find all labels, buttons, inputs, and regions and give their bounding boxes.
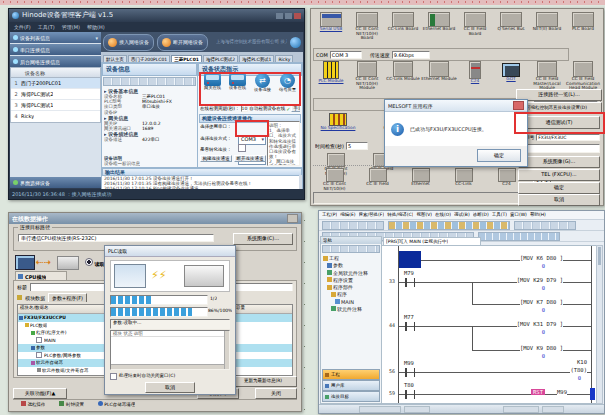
system-image-button[interactable]: 系统图像(G)... [518, 156, 600, 168]
sidebar-footer[interactable]: 界面选择设备 [10, 177, 101, 188]
progress-cancel-button[interactable]: 取消 [145, 382, 195, 393]
connect-network-button[interactable]: 接入网络设备 [103, 34, 154, 51]
output-scrollbar[interactable] [299, 175, 302, 189]
progress-list-hscroll[interactable] [111, 364, 224, 369]
auto-check[interactable]: ✓ [286, 106, 290, 112]
menu-tools[interactable]: 工具(T) [38, 24, 55, 30]
toolbar-right-icon[interactable] [290, 37, 301, 48]
icon-net2-board[interactable]: NET(II) Board [529, 12, 565, 46]
online-close-button[interactable] [287, 214, 298, 223]
gx-menu-view[interactable]: 视图(V) [416, 212, 432, 217]
icon-plc-module[interactable]: PLC Module [313, 61, 349, 97]
transfer-ok-button[interactable]: 确定 [518, 182, 600, 194]
transfer-cancel-button[interactable]: 取消 [518, 194, 600, 206]
gx-menu-help[interactable]: 帮助(H) [530, 212, 546, 217]
device-row[interactable]: 4 Ricky [11, 110, 100, 121]
ladder-rung[interactable]: 59 T80 RST M99 [382, 382, 597, 402]
speed-value-field[interactable]: 9.6Kbps [392, 51, 430, 59]
icon-cclink-board[interactable]: CC-Link Board [385, 12, 421, 46]
cycle-input[interactable]: 10 [241, 105, 249, 112]
connection-list-button[interactable]: 连接路径一览(L)... [516, 89, 602, 101]
icon-ccie-field-board[interactable]: CC IE Field Board [457, 12, 493, 46]
progress-titlebar[interactable]: PLC读取 [105, 246, 235, 257]
tel-button[interactable]: TEL (FXCPU)... [518, 169, 600, 181]
icon-bottom-ccie-field[interactable]: CC IE Field [356, 168, 399, 194]
icon-ethernet-board[interactable]: Ethernet Board [421, 12, 457, 46]
tree-item-program-setting[interactable]: 程序设置 [323, 277, 380, 284]
comment-field[interactable] [527, 144, 600, 153]
tree-item-comment[interactable]: 软元件注释 [323, 306, 380, 313]
ladder-rung[interactable]: 44 M77 MOV K31 D79 0 [382, 314, 597, 334]
hinode-titlebar[interactable]: Hinode设备管理客户端 v1.5 [9, 9, 304, 22]
device-info-toolbar[interactable] [103, 77, 196, 86]
manual-detect-button[interactable]: 手动检测设备在线 [291, 105, 300, 112]
icon-bottom-cclink[interactable]: CC-Link [442, 168, 485, 194]
icon-ethernet-module[interactable]: Ethernet Module [421, 61, 457, 97]
auto-close-checkbox[interactable] [110, 373, 117, 380]
online-system-image-button[interactable]: 系统图像(C)... [233, 233, 293, 245]
time-check-field[interactable]: 5 [346, 142, 368, 150]
com-value-field[interactable]: COM 3 [330, 51, 362, 59]
melsoft-ok-button[interactable]: 确定 [477, 149, 521, 162]
gx-menu-tools[interactable]: 工具(T) [492, 212, 507, 217]
ladder-rung[interactable]: MOV K9 D80 0 [382, 338, 597, 358]
disconnect-network-button[interactable]: 断开网络设备 [157, 34, 208, 51]
online-titlebar[interactable]: 在线数据操作 [9, 213, 301, 224]
close-window-button[interactable]: 关闭 [255, 388, 297, 399]
row-checkbox[interactable] [36, 352, 42, 358]
tree-item-pou[interactable]: 程序部件 [323, 284, 380, 291]
menu-manage[interactable]: 管理(M) [62, 24, 80, 30]
gx-menu-online[interactable]: 在线(O) [435, 212, 451, 217]
nav-tab-user-library[interactable]: 用户库 [322, 380, 380, 391]
icon-bottom-ccie-cont[interactable]: CC IE Cont NET/10(H) [313, 168, 356, 194]
tree-item-program[interactable]: 程序 [323, 291, 380, 298]
ladder-rung[interactable]: 33 M79 MOV K29 D79 0 [382, 270, 597, 290]
break-channel-button[interactable]: 断开连接通道 [234, 155, 266, 162]
nav-tab-project[interactable]: 工程 [322, 369, 380, 380]
gx-menu-debug[interactable]: 调试(B) [454, 212, 470, 217]
device-row[interactable]: 3 海得PLC测试1 [11, 99, 100, 110]
clock-setting-tool[interactable]: 时钟设置 [59, 401, 83, 411]
sidebar-section-devices[interactable]: 设备列表信息 ▾ [10, 32, 101, 43]
auto-close-checkbox-row[interactable]: 处理结束时自动关闭窗口(C) [110, 372, 230, 380]
dialog-close-button[interactable] [513, 101, 524, 110]
sidebar-section-network[interactable]: 后台网络连接信息 [10, 56, 101, 67]
device-row-selected[interactable]: 1 西门子200PLC01 [11, 78, 100, 88]
icon-c24[interactable]: C24 [457, 61, 493, 97]
melsoft-dialog-titlebar[interactable]: MELSOFT 应用程序 [385, 100, 527, 112]
tree-item-parameter[interactable]: 参数 [323, 262, 380, 269]
ladder-editor-area[interactable]: MOV K6 D80 0 33 M79 MOV K29 D79 0 MOV K7… [381, 245, 598, 404]
icon-q-series-bus[interactable]: Q Series Bus [493, 12, 529, 46]
tree-item-project[interactable]: 工程 [323, 255, 380, 262]
gx-menu-diagnostics[interactable]: 诊断(D) [473, 212, 489, 217]
nav-toolbar[interactable] [322, 245, 380, 253]
ladder-rung[interactable]: 56 M99 K10 T80 0 [382, 360, 597, 380]
row-checkbox[interactable] [36, 337, 42, 343]
progress-list-vscroll[interactable] [224, 331, 229, 369]
minimize-button[interactable] [276, 13, 283, 19]
ladder-vscrollbar[interactable] [596, 245, 603, 404]
ladder-rung[interactable]: MOV K7 D80 0 [382, 292, 597, 312]
sidebar-section-serial[interactable]: 串口连接信息 [10, 44, 101, 55]
param-program-button[interactable]: 参数+程序(F) [48, 293, 87, 302]
icon-cclink-module[interactable]: CC-Link Module [385, 61, 421, 97]
gx-menu-window[interactable]: 窗口(W) [510, 212, 527, 217]
refresh-button[interactable]: 更新为最新信息(R) [229, 376, 297, 387]
remote-operation-tool[interactable]: 远程操作 [21, 401, 45, 411]
gx-menu-edit[interactable]: 编辑(E) [340, 212, 355, 217]
gx-menu-project[interactable]: 工程(P) [322, 212, 337, 217]
close-button[interactable] [294, 13, 301, 19]
transform-checkbox[interactable] [238, 144, 246, 152]
icon-ccie-cont-module[interactable]: CC IE Cont NET/10(H) Module [349, 61, 385, 97]
menu-file[interactable]: 文件(F) [14, 24, 31, 30]
tree-item-main[interactable]: MAIN [323, 299, 380, 306]
gx-menu-compile[interactable]: 转换/编译(C) [387, 212, 413, 217]
plc-memory-clear-tool[interactable]: PLC存储器清理 [98, 401, 135, 411]
related-functions-button[interactable]: 关联功能(F)▲ [13, 388, 67, 399]
gx-toolbar-row-1[interactable] [319, 220, 604, 231]
icon-serial-usb[interactable]: Serial USB [313, 12, 349, 46]
progress-list-box[interactable]: 模块 状态 说明 [110, 330, 230, 370]
ladder-rung[interactable]: MOV K6 D80 0 [382, 248, 597, 268]
icon-plc-board[interactable]: PLC Board [565, 12, 601, 46]
communication-test-button[interactable]: 通信测试(T) [518, 116, 600, 129]
